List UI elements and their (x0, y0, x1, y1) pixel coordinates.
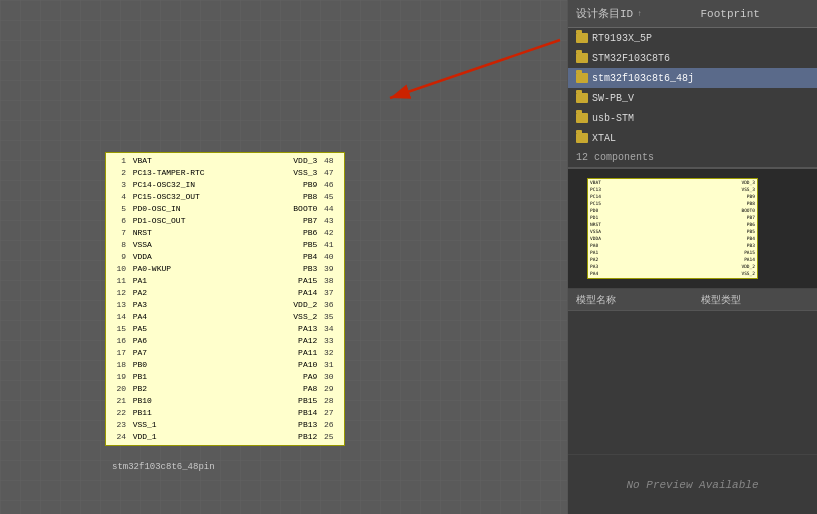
list-item[interactable]: RT9193X_5P (568, 28, 817, 48)
schematic-canvas[interactable]: 1VBAT VDD_348 2PC13-TAMPER-RTC VSS_347 3… (0, 0, 567, 514)
right-panel: 设计条目ID ↑ Footprint RT9193X_5P STM32F103C… (567, 0, 817, 514)
preview-image: VBATVDD_3 PC13VSS_3 PC14PB9 PC15PB8 PD0B… (568, 169, 817, 289)
no-preview-section: No Preview Available (568, 454, 817, 514)
list-item-label: XTAL (592, 133, 616, 144)
list-item-label: stm32f103c8t6_48j (592, 73, 694, 84)
folder-icon (576, 73, 588, 83)
ic-component: 1VBAT VDD_348 2PC13-TAMPER-RTC VSS_347 3… (105, 152, 345, 446)
model-table-header: 模型名称 模型类型 (568, 289, 817, 311)
list-item-selected[interactable]: stm32f103c8t6_48j (568, 68, 817, 88)
list-item-label: RT9193X_5P (592, 33, 652, 44)
red-arrow (330, 30, 567, 110)
components-count: 12 components (568, 148, 817, 168)
list-item[interactable]: usb-STM (568, 108, 817, 128)
folder-icon (576, 113, 588, 123)
fp-col-label: Footprint (701, 8, 760, 20)
svg-line-1 (390, 40, 560, 98)
list-item[interactable]: SW-PB_V (568, 88, 817, 108)
list-item[interactable]: STM32F103C8T6 (568, 48, 817, 68)
list-item-label: SW-PB_V (592, 93, 634, 104)
list-item-label: STM32F103C8T6 (592, 53, 670, 64)
sort-arrow-icon: ↑ (637, 9, 642, 18)
folder-icon (576, 133, 588, 143)
model-type-col[interactable]: 模型类型 (693, 293, 818, 307)
preview-area: VBATVDD_3 PC13VSS_3 PC14PB9 PC15PB8 PD0B… (568, 168, 817, 514)
list-item[interactable]: XTAL (568, 128, 817, 148)
folder-icon (576, 93, 588, 103)
folder-icon (576, 53, 588, 63)
model-name-col[interactable]: 模型名称 (568, 293, 693, 307)
no-preview-text: No Preview Available (626, 479, 758, 491)
folder-icon (576, 33, 588, 43)
component-label: stm32f103c8t6_48pin (112, 462, 215, 472)
mini-schematic: VBATVDD_3 PC13VSS_3 PC14PB9 PC15PB8 PD0B… (572, 173, 813, 284)
list-item-label: usb-STM (592, 113, 634, 124)
id-column-header[interactable]: 设计条目ID ↑ (568, 6, 693, 21)
id-col-label: 设计条目ID (576, 6, 633, 21)
footprint-column-header[interactable]: Footprint (693, 8, 818, 20)
model-table-body (568, 311, 817, 454)
mini-ic-box: VBATVDD_3 PC13VSS_3 PC14PB9 PC15PB8 PD0B… (587, 178, 758, 279)
panel-header: 设计条目ID ↑ Footprint (568, 0, 817, 28)
component-list: RT9193X_5P STM32F103C8T6 stm32f103c8t6_4… (568, 28, 817, 148)
